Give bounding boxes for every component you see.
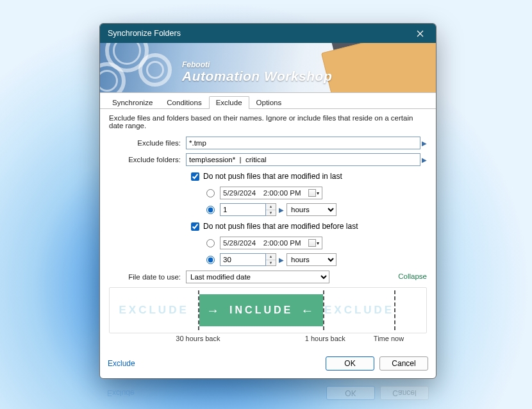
folder-graphic [318,43,436,93]
calendar-dropdown-icon[interactable]: ▾ [308,189,319,197]
dialog-footer: Exclude OK Cancel [100,353,436,378]
timeline-exclude-right: EXCLUDE [324,288,394,333]
last-date-value: 5/29/2024 [223,189,256,197]
exclude-folders-input[interactable] [186,153,420,166]
tab-description: Exclude files and folders based on their… [109,114,427,129]
file-date-select[interactable]: Last modified date [186,271,329,283]
timeline-mark-left: 30 hours back [176,335,220,342]
tab-strip: Synchronize Conditions Exclude Options [100,94,436,109]
timeline-include-label: INCLUDE [229,305,293,316]
exclude-files-variable-picker[interactable]: ▶ [422,137,427,149]
tab-options[interactable]: Options [249,96,289,109]
last-unit-select[interactable]: hours [287,203,337,216]
last-relative-radio[interactable] [206,206,215,214]
last-amount-input[interactable] [220,203,266,216]
last-amount-variable-picker[interactable]: ▶ [279,204,284,215]
before-amount-spinner[interactable]: ▲▼ [266,253,276,266]
before-relative-radio[interactable] [206,256,215,264]
before-unit-select[interactable]: hours [287,253,337,266]
titlebar: Synchronize Folders [100,24,436,43]
no-push-last-checkbox[interactable] [191,172,199,181]
tab-synchronize[interactable]: Synchronize [105,96,160,109]
tab-exclude[interactable]: Exclude [209,96,249,109]
ok-button[interactable]: OK [326,356,374,371]
timeline-labels: 30 hours back 1 hours back Time now [109,335,427,344]
before-amount-input[interactable] [220,253,266,266]
banner-text: Febooti Automation Workshop [182,61,332,83]
exclude-files-input[interactable] [186,137,420,149]
window-title: Synchronize Folders [108,29,181,38]
brand-big: Automation Workshop [182,69,332,83]
synchronize-folders-dialog: Synchronize Folders Febooti Automation W… [99,23,436,379]
tab-body: Exclude files and folders based on their… [100,109,436,353]
exclude-folders-variable-picker[interactable]: ▶ [422,154,427,165]
close-icon [417,30,424,37]
before-time-value: 2:00:00 PM [263,239,301,247]
timeline-mark-now: Time now [374,335,404,342]
close-button[interactable] [406,25,433,42]
last-time-value: 2:00:00 PM [263,189,301,197]
exclude-folders-label: Exclude folders: [109,156,186,163]
before-absolute-radio[interactable] [206,239,215,247]
file-date-label: File date to use: [109,273,186,281]
before-date-value: 5/28/2024 [223,239,256,247]
calendar-dropdown-icon[interactable]: ▾ [308,239,319,247]
brand-small: Febooti [182,61,332,69]
last-datetime-picker[interactable]: 5/29/2024 2:00:00 PM ▾ [220,187,322,199]
timeline-mark-right: 1 hours back [305,335,345,342]
cancel-button[interactable]: Cancel [379,356,428,371]
collapse-link[interactable]: Collapse [398,272,427,280]
no-push-before-checkbox[interactable] [191,222,199,231]
tab-conditions[interactable]: Conditions [160,96,208,109]
arrow-left-icon: ← [301,303,316,318]
before-datetime-picker[interactable]: 5/28/2024 2:00:00 PM ▾ [220,237,322,249]
arrow-right-icon: → [206,303,222,318]
help-link[interactable]: Exclude [108,359,135,368]
last-absolute-radio[interactable] [206,189,215,197]
no-push-before-label: Do not push files that are modified befo… [203,222,358,231]
last-amount-spinner[interactable]: ▲▼ [266,203,276,216]
before-amount-variable-picker[interactable]: ▶ [279,254,284,265]
timeline-include: → INCLUDE ← [199,294,323,326]
timeline-exclude-left: EXCLUDE [110,288,198,333]
timeline-preview: EXCLUDE → INCLUDE ← EXCLUDE [109,287,427,333]
no-push-last-label: Do not push files that are modified in l… [203,172,342,181]
banner: Febooti Automation Workshop [100,43,436,93]
exclude-files-label: Exclude files: [109,139,186,147]
